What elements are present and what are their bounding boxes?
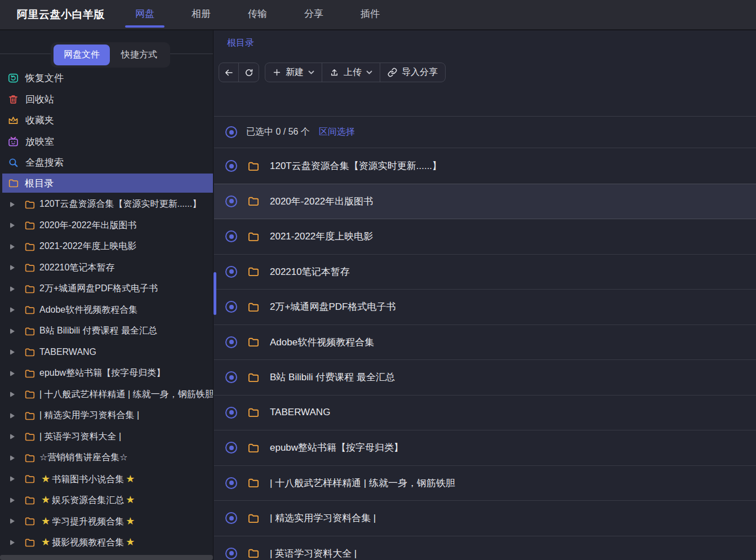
sidebar-item-recycle-bin[interactable]: 回收站 <box>0 89 213 110</box>
sidebar-tree-item-label: ★书籍图书小说合集★ <box>39 473 136 486</box>
new-button[interactable]: 新建 <box>265 63 322 82</box>
folder-icon <box>24 283 35 295</box>
expand-arrow-icon[interactable] <box>10 349 15 355</box>
row-select-radio[interactable] <box>225 301 237 313</box>
sidebar-tree-item[interactable]: 202210笔记本暂存 <box>0 257 213 279</box>
back-arrow-icon <box>224 68 234 78</box>
sidebar-mode-toggle: 网盘文件 快捷方式 <box>51 42 170 68</box>
file-row[interactable]: 2020年-2022年出版图书 <box>214 184 756 220</box>
sidebar-tree-item[interactable]: Adobe软件视频教程合集 <box>0 300 213 321</box>
select-all-radio[interactable] <box>225 126 237 138</box>
row-select-radio[interactable] <box>225 195 237 207</box>
sidebar-item-label: 回收站 <box>25 93 54 106</box>
row-select-radio[interactable] <box>225 371 237 383</box>
folder-icon <box>247 160 260 172</box>
file-row[interactable]: | 英语学习资料大全 | <box>214 536 756 560</box>
expand-arrow-icon[interactable] <box>10 413 15 419</box>
sidebar-tree-item-label: 2020年-2022年出版图书 <box>39 220 137 232</box>
expand-arrow-icon[interactable] <box>10 371 15 376</box>
file-row[interactable]: TABERWANG <box>214 395 756 431</box>
sidebar-tree-item[interactable]: ★摄影视频教程合集★ <box>0 532 213 553</box>
folder-icon <box>247 477 260 489</box>
row-select-radio[interactable] <box>225 160 237 172</box>
sidebar-horizontal-scrollbar[interactable] <box>0 555 213 560</box>
tab-drive[interactable]: 网盘 <box>131 0 159 29</box>
file-row[interactable]: | 十八般武艺样样精通 | 练就一身，钢筋铁胆 <box>214 466 756 501</box>
expand-arrow-icon[interactable] <box>10 328 15 334</box>
file-name: | 英语学习资料大全 | <box>270 547 357 560</box>
sidebar-item-restore[interactable]: 恢复文件 <box>0 68 213 89</box>
tv-icon <box>7 136 19 148</box>
breadcrumb[interactable]: 根目录 <box>227 37 254 49</box>
sidebar-tree-item[interactable]: | 英语学习资料大全 | <box>0 426 213 448</box>
toggle-drive-files[interactable]: 网盘文件 <box>54 45 110 65</box>
folder-icon <box>24 389 35 400</box>
sidebar-tree-item[interactable]: ★学习提升视频合集★ <box>0 511 213 532</box>
action-button-group: 新建 上传 <box>265 63 446 82</box>
sidebar-tree-item[interactable]: | 精选实用学习资料合集 | <box>0 405 213 426</box>
row-select-radio[interactable] <box>225 512 237 524</box>
row-select-radio[interactable] <box>225 548 237 559</box>
file-browser-panel: 根目录 新建 <box>214 30 756 560</box>
file-row[interactable]: Adobe软件视频教程合集 <box>214 325 756 361</box>
row-select-radio[interactable] <box>225 477 237 489</box>
row-select-radio[interactable] <box>225 266 237 278</box>
expand-arrow-icon[interactable] <box>10 392 15 397</box>
tab-share[interactable]: 分享 <box>300 0 328 29</box>
file-row[interactable]: B站 Bilibili 付费课程 最全汇总 <box>214 360 756 395</box>
expand-arrow-icon[interactable] <box>10 518 15 524</box>
sidebar-tree-item[interactable]: 2021-2022年度上映电影 <box>0 236 213 257</box>
tab-transfer[interactable]: 传输 <box>243 0 272 29</box>
expand-arrow-icon[interactable] <box>10 497 15 503</box>
sidebar: 网盘文件 快捷方式 恢复文件 回收站 <box>0 30 214 560</box>
sidebar-tree-item[interactable]: B站 Bilibili 付费课程 最全汇总 <box>0 321 213 342</box>
sidebar-item-search[interactable]: 全盘搜索 <box>0 152 213 174</box>
range-select-link[interactable]: 区间选择 <box>319 126 355 138</box>
tab-plugins[interactable]: 插件 <box>356 0 384 29</box>
row-select-radio[interactable] <box>225 407 237 419</box>
file-row[interactable]: | 精选实用学习资料合集 | <box>214 501 756 536</box>
expand-arrow-icon[interactable] <box>10 434 15 439</box>
expand-arrow-icon[interactable] <box>10 455 15 461</box>
sidebar-tree-item[interactable]: 2万+城通网盘PDF格式电子书 <box>0 278 213 300</box>
sidebar-tree-item[interactable]: ★娱乐资源合集汇总★ <box>0 490 213 511</box>
row-select-radio[interactable] <box>225 336 237 348</box>
expand-arrow-icon[interactable] <box>10 265 15 270</box>
chevron-down-icon <box>366 70 372 74</box>
row-select-radio[interactable] <box>225 230 237 242</box>
expand-arrow-icon[interactable] <box>10 286 15 292</box>
file-row[interactable]: 120T云盘资源合集【资源实时更新......】 <box>214 149 756 184</box>
sidebar-tree-item-label: 202210笔记本暂存 <box>39 262 114 274</box>
sidebar-item-root-selected[interactable]: 根目录 <box>2 174 213 193</box>
expand-arrow-icon[interactable] <box>10 476 15 482</box>
file-row[interactable]: 2万+城通网盘PDF格式电子书 <box>214 290 756 325</box>
back-button[interactable] <box>219 63 239 82</box>
file-row[interactable]: epubw整站书籍【按字母归类】 <box>214 430 756 466</box>
sidebar-tree-item[interactable]: TABERWANG <box>0 342 213 363</box>
tab-album[interactable]: 相册 <box>187 0 215 29</box>
folder-icon <box>24 431 35 442</box>
file-row[interactable]: 202210笔记本暂存 <box>214 255 756 290</box>
expand-arrow-icon[interactable] <box>10 540 15 545</box>
expand-arrow-icon[interactable] <box>10 223 15 228</box>
sidebar-vertical-scrollbar[interactable] <box>214 272 216 315</box>
sidebar-tree-item[interactable]: ☆营销销售讲座合集☆ <box>0 447 213 469</box>
sidebar-tree-item[interactable]: 2020年-2022年出版图书 <box>0 215 213 237</box>
import-share-button[interactable]: 导入分享 <box>380 63 445 82</box>
row-select-radio[interactable] <box>225 442 237 454</box>
expand-arrow-icon[interactable] <box>10 307 15 313</box>
refresh-button[interactable] <box>239 63 259 82</box>
sidebar-tree-item[interactable]: | 十八般武艺样样精通 | 练就一身，钢筋铁胆 <box>0 384 213 406</box>
folder-icon <box>247 547 260 559</box>
expand-arrow-icon[interactable] <box>10 202 15 207</box>
toggle-shortcuts[interactable]: 快捷方式 <box>111 45 167 65</box>
upload-button[interactable]: 上传 <box>322 63 380 82</box>
sidebar-tree-item[interactable]: 120T云盘资源合集【资源实时更新......】 <box>0 194 213 215</box>
file-row[interactable]: 2021-2022年度上映电影 <box>214 219 756 255</box>
sidebar-item-favorites[interactable]: 收藏夹 <box>0 110 213 131</box>
trash-icon <box>7 94 19 105</box>
sidebar-tree-item[interactable]: epubw整站书籍【按字母归类】 <box>0 363 213 384</box>
sidebar-item-theater[interactable]: 放映室 <box>0 131 213 153</box>
expand-arrow-icon[interactable] <box>10 244 15 250</box>
sidebar-tree-item[interactable]: ★书籍图书小说合集★ <box>0 469 213 490</box>
